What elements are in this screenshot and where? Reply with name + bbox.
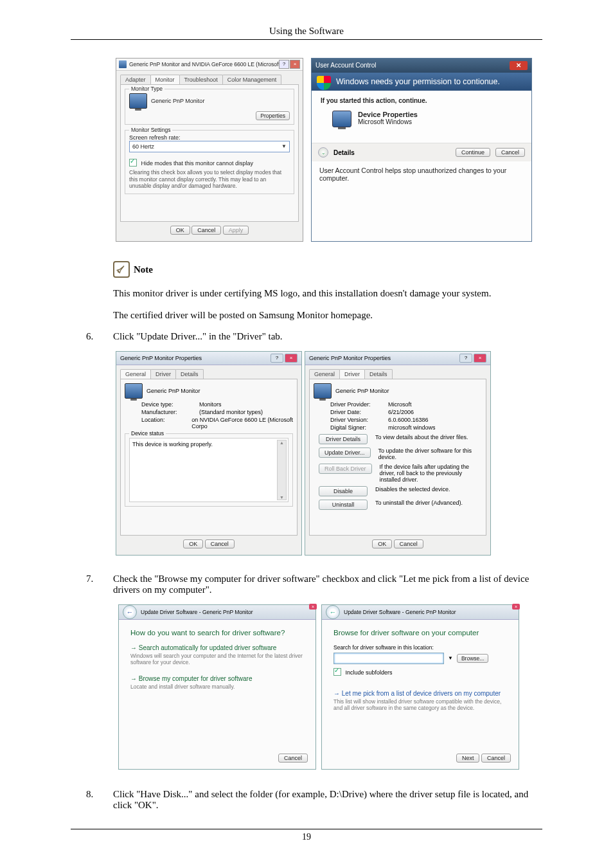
step-number: 6.	[86, 331, 113, 342]
group-monitor-type: Monitor Type	[129, 86, 164, 92]
note-line1: This monitor driver is under certifying …	[113, 287, 542, 300]
tab-driver[interactable]: Driver	[150, 369, 176, 379]
cancel-button[interactable]: Cancel	[278, 754, 308, 763]
tab-monitor[interactable]: Monitor	[150, 75, 180, 84]
window-title: Generic PnP Monitor Properties	[120, 355, 202, 361]
wizard-heading: Browse for driver software on your compu…	[333, 629, 507, 637]
location-value: on NVIDIA GeForce 6600 LE (Microsoft Cor…	[191, 417, 293, 429]
tab-details[interactable]: Details	[175, 369, 204, 379]
devtype-label: Device type:	[141, 401, 193, 408]
option-browse-sub: Locate and install driver software manua…	[130, 683, 304, 691]
uac-title: User Account Control	[315, 59, 377, 73]
update-driver-wizard-search: ← Update Driver Software - Generic PnP M…	[118, 604, 316, 770]
help-button[interactable]: ?	[459, 354, 472, 363]
signer-value: microsoft windows	[388, 424, 436, 431]
window-icon	[119, 60, 127, 68]
disable-desc: Disables the selected device.	[375, 486, 477, 493]
details-toggle[interactable]: Details	[333, 149, 450, 156]
option-browse[interactable]: → Browse my computer for driver software…	[130, 675, 304, 691]
close-button[interactable]: ×	[309, 604, 317, 610]
header-divider	[71, 39, 542, 40]
ok-button[interactable]: OK	[372, 539, 392, 548]
cancel-button[interactable]: Cancel	[394, 539, 423, 548]
tab-driver[interactable]: Driver	[339, 369, 365, 379]
hide-modes-label: Hide modes that this monitor cannot disp…	[141, 160, 254, 167]
step-number: 7.	[86, 574, 113, 595]
cancel-button[interactable]: Cancel	[191, 226, 221, 235]
note-line2: The certified driver will be posted on S…	[113, 309, 542, 321]
monitor-properties-dialog: Generic PnP Monitor and NVIDIA GeForce 6…	[116, 58, 303, 242]
option-let-me-pick-sub: This list will show installed driver sof…	[333, 698, 507, 712]
props-driver-dialog: Generic PnP Monitor Properties ?× Genera…	[305, 351, 491, 556]
scrollbar[interactable]: ▲▼	[277, 440, 287, 500]
next-button[interactable]: Next	[456, 754, 480, 763]
rollback-driver-button[interactable]: Roll Back Driver	[319, 464, 372, 474]
location-input[interactable]	[333, 653, 444, 664]
close-button[interactable]: ×	[512, 604, 520, 610]
cancel-button[interactable]: Cancel	[495, 148, 525, 157]
option-search-auto[interactable]: → Search automatically for updated drive…	[130, 644, 304, 666]
location-label: Search for driver software in this locat…	[333, 644, 507, 651]
chevron-down-icon[interactable]: ⌄	[318, 147, 328, 158]
date-label: Driver Date:	[330, 409, 382, 415]
continue-button[interactable]: Continue	[456, 148, 490, 157]
version-value: 6.0.6000.16386	[388, 417, 429, 423]
browse-button[interactable]: Browse...	[457, 654, 488, 663]
refresh-rate-label: Screen refresh rate:	[129, 134, 290, 141]
driver-details-desc: To view details about the driver files.	[375, 434, 477, 440]
close-button[interactable]: ×	[474, 354, 486, 363]
step-text: Click "Update Driver..." in the "Driver"…	[113, 331, 542, 342]
wizard-breadcrumb: Update Driver Software - Generic PnP Mon…	[344, 609, 456, 615]
option-search-auto-sub: Windows will search your computer and th…	[130, 653, 304, 666]
driver-details-button[interactable]: Driver Details	[319, 434, 368, 444]
refresh-rate-value: 60 Hertz	[132, 141, 154, 152]
step-text: Click "Have Disk..." and select the fold…	[113, 789, 542, 811]
properties-button[interactable]: Properties	[256, 111, 290, 120]
option-let-me-pick[interactable]: → Let me pick from a list of device driv…	[333, 690, 507, 712]
ok-button[interactable]: OK	[170, 226, 190, 235]
close-button[interactable]: ×	[290, 60, 300, 69]
tab-general[interactable]: General	[309, 369, 340, 379]
disable-button[interactable]: Disable	[319, 486, 368, 496]
titlebar: Generic PnP Monitor and NVIDIA GeForce 6…	[116, 59, 303, 71]
help-button[interactable]: ?	[279, 60, 289, 69]
tab-adapter[interactable]: Adapter	[120, 75, 151, 84]
signer-label: Digital Signer:	[330, 424, 382, 431]
group-monitor-settings: Monitor Settings	[129, 127, 172, 133]
help-button[interactable]: ?	[271, 354, 283, 363]
refresh-rate-select[interactable]: 60 Hertz ▼	[129, 141, 290, 152]
uac-headline: Windows needs your permission to contion…	[336, 77, 500, 86]
version-label: Driver Version:	[330, 417, 382, 423]
monitor-name: Generic PnP Monitor	[335, 388, 389, 394]
back-button[interactable]: ←	[123, 605, 137, 619]
back-button[interactable]: ←	[326, 605, 340, 619]
ok-button[interactable]: OK	[183, 539, 203, 548]
note-icon	[113, 261, 130, 278]
cancel-button[interactable]: Cancel	[481, 754, 511, 763]
close-button[interactable]: ×	[285, 354, 298, 363]
footer-divider	[71, 829, 542, 829]
monitor-icon	[129, 93, 147, 109]
manufacturer-value: (Standard monitor types)	[199, 409, 263, 415]
provider-value: Microsoft	[388, 401, 412, 408]
cancel-button[interactable]: Cancel	[205, 539, 235, 548]
tab-colormgmt[interactable]: Color Management	[222, 75, 282, 84]
device-publisher: Microsoft Windows	[358, 118, 418, 125]
manufacturer-label: Manufacturer:	[141, 409, 193, 415]
tab-troubleshoot[interactable]: Troubleshoot	[179, 75, 223, 84]
window-title: Generic PnP Monitor and NVIDIA GeForce 6…	[129, 61, 279, 68]
uac-footnote: User Account Control helps stop unauthor…	[312, 161, 531, 187]
include-subfolders-checkbox[interactable]	[333, 668, 341, 676]
hide-modes-checkbox[interactable]	[129, 159, 137, 167]
apply-button[interactable]: Apply	[223, 226, 249, 235]
uac-banner: Windows needs your permission to contion…	[312, 73, 531, 91]
tab-general[interactable]: General	[120, 369, 151, 379]
uac-continue-text: If you started this action, continue.	[321, 97, 522, 104]
close-button[interactable]: ✕	[510, 61, 528, 70]
device-status-box: This device is working properly. ▲▼	[129, 438, 289, 502]
uninstall-button[interactable]: Uninstall	[319, 500, 368, 510]
update-driver-button[interactable]: Update Driver...	[319, 448, 371, 458]
window-title: Generic PnP Monitor Properties	[309, 355, 391, 361]
location-label: Location:	[141, 417, 185, 429]
tab-details[interactable]: Details	[364, 369, 393, 379]
